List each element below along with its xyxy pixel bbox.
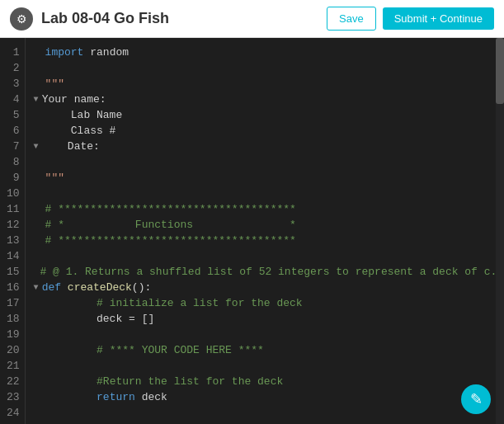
code-token bbox=[45, 374, 97, 389]
table-row: import random bbox=[34, 45, 504, 60]
table-row: # initialize a list for the deck bbox=[34, 295, 504, 311]
no-fold-spacer bbox=[34, 311, 45, 327]
code-token: # **** YOUR CODE HERE **** bbox=[97, 342, 264, 358]
table-row: """ bbox=[34, 170, 504, 186]
scrollbar-track[interactable] bbox=[496, 38, 504, 424]
code-token: (): bbox=[132, 280, 151, 295]
no-fold-spacer bbox=[34, 233, 45, 248]
page-title: Lab 08-04 Go Fish bbox=[41, 10, 327, 27]
code-token: # ************************************* bbox=[45, 233, 296, 248]
code-token: # * Functions * bbox=[45, 217, 296, 233]
fold-arrow-icon[interactable]: ▼ bbox=[34, 139, 39, 154]
pencil-icon: ✎ bbox=[470, 390, 483, 408]
header: ⚙ Lab 08-04 Go Fish Save Submit + Contin… bbox=[0, 0, 504, 38]
table-row: Lab Name bbox=[34, 107, 504, 123]
table-row bbox=[34, 154, 504, 170]
no-fold-spacer bbox=[34, 217, 45, 233]
no-fold-spacer bbox=[34, 186, 45, 201]
code-token: # initialize a list for the deck bbox=[97, 295, 303, 311]
table-row bbox=[34, 327, 504, 342]
code-token: # @ 2. Takes a list as a parameter and m… bbox=[45, 421, 457, 424]
table-row: # ************************************* bbox=[34, 201, 504, 217]
table-row: ▼def createDeck(): bbox=[34, 280, 504, 295]
code-editor: 1234567891011121314151617181920212223242… bbox=[0, 38, 504, 424]
table-row: ▼ Date: bbox=[34, 139, 504, 154]
fold-arrow-icon[interactable]: ▼ bbox=[34, 280, 39, 295]
code-token bbox=[45, 389, 97, 405]
table-row: # @ 2. Takes a list as a parameter and m… bbox=[34, 421, 504, 424]
table-row: # **** YOUR CODE HERE **** bbox=[34, 342, 504, 358]
submit-continue-button[interactable]: Submit + Continue bbox=[383, 7, 494, 30]
no-fold-spacer bbox=[34, 76, 45, 92]
table-row bbox=[34, 405, 504, 421]
code-token: return bbox=[97, 389, 135, 405]
code-token: import bbox=[45, 45, 84, 60]
edit-fab-button[interactable]: ✎ bbox=[461, 384, 491, 414]
code-token: Lab Name bbox=[45, 107, 123, 123]
app-container: ⚙ Lab 08-04 Go Fish Save Submit + Contin… bbox=[0, 0, 504, 424]
code-token: deck = [] bbox=[45, 311, 155, 327]
table-row bbox=[34, 186, 504, 201]
code-token: # @ 1. Returns a shuffled list of 52 int… bbox=[40, 264, 504, 280]
table-row: # ************************************* bbox=[34, 233, 504, 248]
code-token: #Return the list for the deck bbox=[97, 374, 283, 389]
code-token: Your name: bbox=[42, 92, 106, 107]
code-token: Date: bbox=[42, 139, 100, 154]
no-fold-spacer bbox=[34, 123, 45, 139]
no-fold-spacer bbox=[34, 374, 45, 389]
no-fold-spacer bbox=[34, 201, 45, 217]
code-token: # ************************************* bbox=[45, 201, 296, 217]
no-fold-spacer bbox=[34, 358, 45, 374]
code-token: def bbox=[42, 280, 61, 295]
table-row bbox=[34, 248, 504, 264]
table-row: # @ 1. Returns a shuffled list of 52 int… bbox=[34, 264, 504, 280]
no-fold-spacer bbox=[34, 264, 40, 280]
code-token: """ bbox=[45, 170, 64, 186]
no-fold-spacer bbox=[34, 107, 45, 123]
no-fold-spacer bbox=[34, 389, 45, 405]
code-token bbox=[61, 280, 68, 295]
no-fold-spacer bbox=[34, 421, 45, 424]
code-token: Class # bbox=[45, 123, 116, 139]
table-row bbox=[34, 60, 504, 76]
save-button[interactable]: Save bbox=[327, 7, 376, 31]
code-token: createDeck bbox=[68, 280, 132, 295]
table-row: return deck bbox=[34, 389, 504, 405]
no-fold-spacer bbox=[34, 45, 45, 60]
code-token: deck bbox=[135, 389, 167, 405]
no-fold-spacer bbox=[34, 327, 45, 342]
no-fold-spacer bbox=[34, 170, 45, 186]
table-row bbox=[34, 358, 504, 374]
table-row: # * Functions * bbox=[34, 217, 504, 233]
table-row: Class # bbox=[34, 123, 504, 139]
table-row: #Return the list for the deck bbox=[34, 374, 504, 389]
table-row: deck = [] bbox=[34, 311, 504, 327]
fold-arrow-icon[interactable]: ▼ bbox=[34, 92, 39, 107]
table-row: ▼Your name: bbox=[34, 92, 504, 107]
no-fold-spacer bbox=[34, 154, 45, 170]
table-row: """ bbox=[34, 76, 504, 92]
gear-icon[interactable]: ⚙ bbox=[10, 7, 33, 31]
code-content[interactable]: import random """▼Your name: Lab Name Cl… bbox=[26, 38, 504, 424]
no-fold-spacer bbox=[34, 248, 45, 264]
code-token: """ bbox=[45, 76, 64, 92]
no-fold-spacer bbox=[34, 342, 45, 358]
code-token: random bbox=[83, 45, 129, 60]
line-numbers: 1234567891011121314151617181920212223242… bbox=[0, 38, 26, 424]
code-token bbox=[45, 295, 97, 311]
code-token bbox=[45, 342, 97, 358]
no-fold-spacer bbox=[34, 405, 45, 421]
no-fold-spacer bbox=[34, 295, 45, 311]
no-fold-spacer bbox=[34, 60, 45, 76]
scrollbar-thumb[interactable] bbox=[496, 38, 504, 104]
